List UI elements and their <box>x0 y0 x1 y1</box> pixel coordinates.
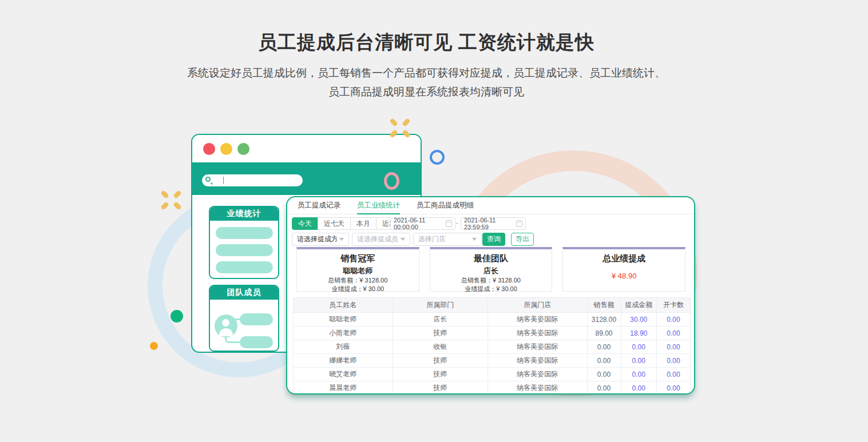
export-button[interactable]: 导出 <box>511 233 534 246</box>
select-placeholder: 请选择提成员工 <box>357 234 398 244</box>
table-cell: 技师 <box>393 381 488 395</box>
table-cell: 收银 <box>393 340 488 354</box>
date-from-input[interactable]: 2021-06-11 00:00:00 <box>390 217 455 230</box>
table-cell: 0.00 <box>656 354 690 368</box>
card-title: 销售冠军 <box>297 253 419 264</box>
tab-commission-records[interactable]: 员工提成记录 <box>298 197 340 214</box>
table-cell: 30.00 <box>621 313 656 326</box>
table-row: 聪聪老师店长纳客美姿国际3128.0030.000.00 <box>294 313 691 326</box>
sidebar-card-performance: 业绩统计 <box>209 206 279 279</box>
hero-section: 员工提成后台清晰可见 工资统计就是快 系统设定好员工提成比例，员工每销售一个产品… <box>0 30 853 101</box>
commission-employee-select[interactable]: 请选择提成员工 <box>352 233 410 246</box>
card-stat: 业绩提成：¥ 30.00 <box>297 285 419 293</box>
subtitle-line-1: 系统设定好员工提成比例，员工每销售一个产品都可获得对应提成，员工提成记录、员工业… <box>187 67 665 79</box>
table-cell: 0.00 <box>656 368 690 381</box>
maximize-window-icon[interactable] <box>237 143 249 155</box>
table-cell: 89.00 <box>587 326 621 340</box>
table-cell: 0.00 <box>587 340 621 354</box>
range-month-button[interactable]: 本月 <box>350 217 376 230</box>
table-cell: 0.00 <box>656 313 690 326</box>
card-stat: 业绩提成：¥ 30.00 <box>430 285 552 293</box>
decor-small-pink-ring-icon <box>384 172 399 190</box>
sidebar-card-team: 团队成员 <box>209 285 279 352</box>
table-cell: 技师 <box>393 354 488 368</box>
summary-card-sales-champion: 销售冠军 聪聪老师 总销售额：¥ 3128.00 业绩提成：¥ 30.00 <box>296 247 419 292</box>
card-stat: 总销售额：¥ 3128.00 <box>297 276 419 285</box>
chevron-down-icon <box>401 238 405 241</box>
commission-report-panel: 员工提成记录 员工业绩统计 员工商品提成明细 今天 近七天 本月 近30天 20… <box>286 196 695 395</box>
page-subtitle: 系统设定好员工提成比例，员工每销售一个产品都可获得对应提成，员工提成记录、员工业… <box>0 63 853 101</box>
table-cell: 纳客美姿国际 <box>488 381 588 395</box>
tab-product-commission-detail[interactable]: 员工商品提成明细 <box>417 197 474 214</box>
select-value: 请选择提成方式 <box>297 234 337 244</box>
column-header-6: 开卡数 <box>656 298 690 313</box>
tab-performance-stats[interactable]: 员工业绩统计 <box>357 197 400 214</box>
table-cell: 小雨老师 <box>294 326 393 340</box>
table-cell: 0.00 <box>587 381 621 395</box>
table-cell: 技师 <box>393 326 488 340</box>
table-cell: 纳客美姿国际 <box>488 326 588 340</box>
query-button[interactable]: 查询 <box>482 233 505 246</box>
table-row: 小雨老师技师纳客美姿国际89.0018.900.00 <box>294 326 691 340</box>
search-input[interactable] <box>202 174 303 186</box>
table-row: 刘薇收银纳客美姿国际0.000.000.00 <box>294 340 691 354</box>
select-placeholder: 选择门店 <box>418 234 470 244</box>
card-name: 店长 <box>430 266 552 276</box>
placeholder-bar <box>216 261 273 273</box>
column-header-4: 销售额 <box>587 298 621 313</box>
chevron-down-icon <box>339 238 344 241</box>
table-header-row: 员工姓名所属部门所属门店销售额提成金额开卡数 <box>294 298 691 313</box>
range-today-button[interactable]: 今天 <box>292 217 318 230</box>
column-header-2: 所属部门 <box>393 298 488 313</box>
minimize-window-icon[interactable] <box>220 143 232 155</box>
browser-titlebar <box>192 135 421 162</box>
avatar <box>215 314 237 337</box>
summary-cards: 销售冠军 聪聪老师 总销售额：¥ 3128.00 业绩提成：¥ 30.00 最佳… <box>296 247 685 292</box>
card-stat: 总销售额：¥ 3128.00 <box>430 276 552 285</box>
calendar-icon <box>446 220 452 227</box>
placeholder-bar <box>240 313 273 325</box>
page-title: 员工提成后台清晰可见 工资统计就是快 <box>0 30 853 55</box>
table-cell: 0.00 <box>621 368 656 381</box>
commission-type-select[interactable]: 请选择提成方式 <box>292 233 349 246</box>
close-window-icon[interactable] <box>203 143 215 155</box>
table-cell: 纳客美姿国际 <box>488 368 588 381</box>
table-cell: 0.00 <box>587 368 621 381</box>
table-cell: 0.00 <box>656 381 690 395</box>
table-cell: 纳客美姿国际 <box>488 354 588 368</box>
table-cell: 18.90 <box>621 326 656 340</box>
sparkle-icon <box>390 118 410 138</box>
card-title: 总业绩提成 <box>563 253 685 264</box>
table-cell: 刘薇 <box>294 340 393 354</box>
page: 员工提成后台清晰可见 工资统计就是快 系统设定好员工提成比例，员工每销售一个产品… <box>0 0 868 442</box>
table-cell: 0.00 <box>656 340 690 354</box>
placeholder-bar <box>216 227 273 239</box>
range-7days-button[interactable]: 近七天 <box>318 217 351 230</box>
table-cell: 技师 <box>393 368 488 381</box>
store-select[interactable]: 选择门店 <box>413 233 482 246</box>
employee-commission-table: 员工姓名所属部门所属门店销售额提成金额开卡数 聪聪老师店长纳客美姿国际3128.… <box>293 297 691 395</box>
column-header-5: 提成金额 <box>621 298 656 313</box>
table-cell: 0.00 <box>587 354 621 368</box>
card-name: 聪聪老师 <box>297 266 419 276</box>
table-cell: 纳客美姿国际 <box>488 313 588 326</box>
summary-card-total-commission: 总业绩提成 ¥ 48.90 <box>562 247 685 292</box>
decor-small-blue-ring-icon <box>430 150 445 165</box>
sidebar-card-title: 业绩统计 <box>210 207 278 221</box>
search-icon <box>205 177 211 182</box>
table-cell: 晓艾老师 <box>294 368 393 381</box>
table-cell: 纳客美姿国际 <box>488 340 588 354</box>
date-from-value: 2021-06-11 00:00:00 <box>394 217 443 230</box>
table-cell: 店长 <box>393 313 488 326</box>
table-cell: 娜娜老师 <box>294 354 393 368</box>
date-range-separator: - <box>456 219 458 227</box>
table-cell: 0.00 <box>621 354 656 368</box>
table-row: 晨晨老师技师纳客美姿国际0.000.000.00 <box>294 381 691 395</box>
decor-green-dot-icon <box>171 310 183 322</box>
column-header-3: 所属门店 <box>488 298 588 313</box>
date-to-input[interactable]: 2021-06-11 23:59:59 <box>461 217 526 230</box>
subtitle-line-2: 员工商品提成明显在系统报表均清晰可见 <box>328 86 524 98</box>
chevron-down-icon <box>472 238 477 241</box>
table-cell: 晨晨老师 <box>294 381 393 395</box>
table-cell: 0.00 <box>656 326 690 340</box>
